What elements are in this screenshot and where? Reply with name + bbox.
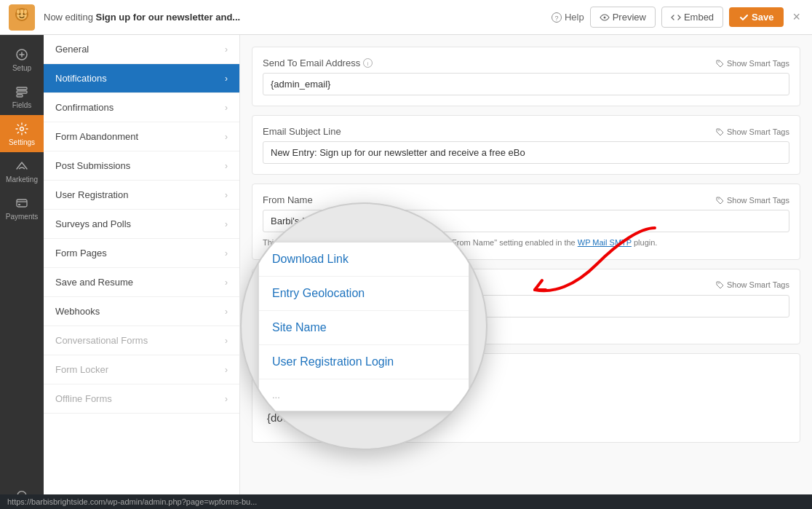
field-email-subject: Email Subject Line Show Smart Tags bbox=[252, 115, 800, 175]
svg-point-24 bbox=[718, 283, 720, 284]
menu-item-surveys-polls[interactable]: Surveys and Polls › bbox=[44, 210, 239, 239]
svg-text:?: ? bbox=[554, 15, 558, 22]
chevron-right-icon: › bbox=[225, 103, 228, 113]
tag-icon bbox=[716, 196, 725, 205]
chevron-right-icon: › bbox=[225, 365, 228, 375]
wp-mail-smtp-link[interactable]: WP Mail SMTP bbox=[578, 238, 632, 247]
smart-tag-dropdown: Download Link Entry Geolocation Site Nam… bbox=[258, 242, 469, 411]
nav-marketing[interactable]: Marketing bbox=[0, 152, 44, 189]
svg-rect-15 bbox=[17, 95, 23, 97]
chevron-right-icon: › bbox=[225, 394, 228, 404]
chevron-right-icon: › bbox=[225, 74, 228, 84]
chevron-right-icon: › bbox=[225, 190, 228, 200]
show-smart-tags-from-email[interactable]: Show Smart Tags bbox=[716, 280, 789, 289]
chevron-right-icon: › bbox=[225, 219, 228, 229]
chevron-right-icon: › bbox=[225, 132, 228, 142]
svg-rect-13 bbox=[17, 87, 27, 90]
help-button[interactable]: ? Help bbox=[552, 12, 584, 23]
tag-icon bbox=[716, 59, 725, 68]
smart-tag-more[interactable]: ... bbox=[259, 379, 469, 411]
embed-button[interactable]: Embed bbox=[661, 7, 723, 28]
chevron-right-icon: › bbox=[225, 336, 228, 346]
show-smart-tags-send-to[interactable]: Show Smart Tags bbox=[716, 59, 789, 68]
menu-item-post-submissions[interactable]: Post Submissions › bbox=[44, 151, 239, 181]
field-send-to: Send To Email Address i Show Smart Tags bbox=[252, 47, 800, 106]
menu-item-user-registration[interactable]: User Registration › bbox=[44, 181, 239, 210]
menu-item-confirmations[interactable]: Confirmations › bbox=[44, 93, 239, 122]
email-subject-input[interactable] bbox=[263, 141, 789, 164]
close-button[interactable]: × bbox=[789, 7, 803, 28]
menu-item-offline-forms: Offline Forms › bbox=[44, 384, 239, 414]
svg-point-16 bbox=[20, 127, 24, 131]
menu-item-notifications[interactable]: Notifications › bbox=[44, 64, 239, 93]
show-smart-tags-from-name[interactable]: Show Smart Tags bbox=[716, 196, 789, 205]
magnifier-circle: Download Link Entry Geolocation Site Nam… bbox=[240, 202, 487, 450]
tag-icon bbox=[716, 127, 725, 136]
smart-tag-download-link[interactable]: Download Link bbox=[259, 242, 469, 277]
menu-item-general[interactable]: General › bbox=[44, 35, 239, 64]
svg-point-22 bbox=[718, 130, 720, 131]
menu-item-webhooks[interactable]: Webhooks › bbox=[44, 297, 239, 326]
chevron-right-icon: › bbox=[225, 44, 228, 55]
send-to-input[interactable] bbox=[263, 73, 789, 95]
svg-rect-18 bbox=[18, 204, 20, 205]
chevron-right-icon: › bbox=[225, 248, 228, 259]
smart-tag-site-name[interactable]: Site Name bbox=[259, 311, 469, 345]
main-layout: Setup Fields Settings Marketing Payments… bbox=[0, 35, 812, 509]
smart-tag-entry-geolocation[interactable]: Entry Geolocation bbox=[259, 277, 469, 311]
chevron-right-icon: › bbox=[225, 161, 228, 171]
nav-fields[interactable]: Fields bbox=[0, 78, 44, 115]
menu-item-form-abandonment[interactable]: Form Abandonment › bbox=[44, 122, 239, 151]
svg-rect-17 bbox=[17, 200, 27, 207]
chevron-right-icon: › bbox=[225, 307, 228, 317]
svg-point-23 bbox=[718, 198, 720, 200]
nav-settings[interactable]: Settings bbox=[0, 115, 44, 152]
menu-item-form-pages[interactable]: Form Pages › bbox=[44, 239, 239, 268]
menu-sidebar: General › Notifications › Confirmations … bbox=[44, 35, 240, 509]
toolbar-actions: ? Help Preview Embed Save × bbox=[552, 7, 803, 28]
status-bar: https://barbisbrightside.com/wp-admin/ad… bbox=[0, 494, 812, 509]
svg-text:i: i bbox=[367, 60, 369, 67]
show-smart-tags-subject[interactable]: Show Smart Tags bbox=[716, 127, 789, 136]
svg-point-8 bbox=[24, 9, 27, 14]
app-logo bbox=[9, 4, 35, 31]
smart-tag-user-registration-login[interactable]: User Registration Login bbox=[259, 345, 469, 379]
top-bar: Now editing Sign up for our newsletter a… bbox=[0, 0, 812, 35]
icon-nav: Setup Fields Settings Marketing Payments bbox=[0, 35, 44, 509]
tag-icon bbox=[716, 280, 725, 289]
info-icon: i bbox=[363, 58, 373, 68]
nav-setup[interactable]: Setup bbox=[0, 41, 44, 78]
svg-point-7 bbox=[17, 9, 20, 14]
svg-rect-14 bbox=[17, 91, 27, 93]
menu-item-conversational: Conversational Forms › bbox=[44, 326, 239, 355]
nav-payments[interactable]: Payments bbox=[0, 189, 44, 226]
page-title: Now editing Sign up for our newsletter a… bbox=[44, 12, 543, 23]
svg-point-11 bbox=[603, 16, 605, 18]
svg-point-21 bbox=[718, 61, 720, 63]
content-area: Send To Email Address i Show Smart Tags … bbox=[240, 35, 812, 509]
menu-item-save-resume[interactable]: Save and Resume › bbox=[44, 268, 239, 297]
save-button[interactable]: Save bbox=[729, 7, 784, 27]
menu-item-form-locker: Form Locker › bbox=[44, 355, 239, 384]
chevron-right-icon: › bbox=[225, 277, 228, 288]
preview-button[interactable]: Preview bbox=[590, 7, 656, 28]
